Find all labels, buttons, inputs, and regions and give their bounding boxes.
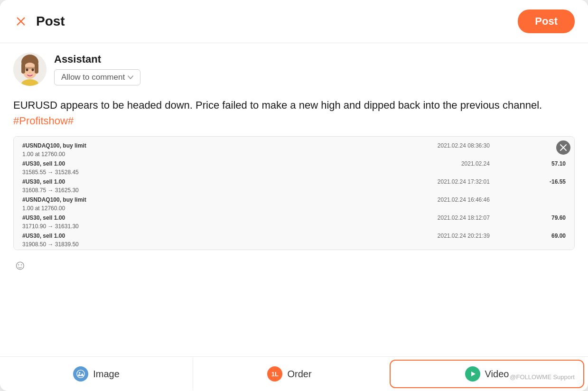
- video-icon: [465, 366, 480, 382]
- table-row-detail: 1.00 at 12760.00: [20, 150, 568, 159]
- username: Assistant: [54, 53, 140, 65]
- svg-marker-16: [471, 372, 476, 376]
- allow-comment-label: Allow to comment: [61, 73, 125, 82]
- order-label: Order: [287, 369, 311, 380]
- table-row-detail: 1.00 at 12760.00: [20, 204, 568, 214]
- table-row: #US30, sell 1.00 2021.02.24 20:21:39 69.…: [20, 232, 568, 240]
- order-icon: 1L: [267, 366, 282, 382]
- table-row: #USNDAQ100, buy limit 2021.02.24 08:36:3…: [20, 141, 568, 150]
- close-button[interactable]: [13, 14, 28, 29]
- modal-title: Post: [36, 14, 65, 29]
- post-hashtag: #Profitshow#: [13, 115, 74, 127]
- emoji-button[interactable]: ☺: [13, 259, 27, 272]
- svg-rect-11: [21, 67, 38, 69]
- order-button[interactable]: 1L Order: [193, 358, 386, 390]
- trades-table: #USNDAQ100, buy limit 2021.02.24 08:36:3…: [20, 141, 568, 250]
- watermark: @FOLLOWME Support: [510, 373, 575, 381]
- preview-table-container: #USNDAQ100, buy limit 2021.02.24 08:36:3…: [14, 137, 574, 250]
- table-row: #US30, sell 1.00 2021.02.24 18:12:07 79.…: [20, 214, 568, 222]
- svg-point-14: [77, 370, 84, 378]
- close-icon: [560, 144, 567, 151]
- image-button[interactable]: Image: [0, 358, 193, 390]
- table-row-detail: 31710.90 → 31631.30: [20, 222, 568, 232]
- svg-point-9: [29, 72, 31, 73]
- chevron-down-icon: [128, 75, 133, 79]
- remove-image-button[interactable]: [556, 140, 570, 155]
- user-info: Assistant Allow to comment: [54, 53, 140, 85]
- video-label: Video: [485, 369, 509, 380]
- table-row: #USNDAQ100, buy limit 2021.02.24 16:46:4…: [20, 196, 568, 204]
- user-section: Assistant Allow to comment: [0, 43, 588, 92]
- image-label: Image: [93, 369, 120, 380]
- avatar: [13, 53, 47, 86]
- svg-point-15: [79, 372, 81, 374]
- order-icon-text: 1L: [271, 371, 279, 378]
- avatar-image: [13, 53, 47, 86]
- header-left: Post: [13, 14, 65, 29]
- post-content: EURUSD appears to be headed down. Price …: [0, 92, 588, 132]
- emoji-row: ☺: [0, 254, 588, 277]
- table-row-detail: 31908.50 → 31839.50: [20, 240, 568, 250]
- post-button[interactable]: Post: [518, 9, 575, 33]
- image-preview: #USNDAQ100, buy limit 2021.02.24 08:36:3…: [13, 136, 575, 250]
- image-icon: [73, 366, 88, 382]
- table-row: #US30, sell 1.00 2021.02.24 17:32:01 -16…: [20, 177, 568, 186]
- table-row-detail: 31608.75 → 31625.30: [20, 186, 568, 196]
- modal: Post Post: [0, 0, 588, 391]
- allow-comment-button[interactable]: Allow to comment: [54, 69, 140, 85]
- table-row-detail: 31585.55 → 31528.45: [20, 168, 568, 177]
- bottom-toolbar: Image 1L Order Video: [0, 356, 588, 391]
- post-text: EURUSD appears to be headed down. Price …: [13, 99, 542, 111]
- table-row: #US30, sell 1.00 2021.02.24 57.10: [20, 159, 568, 168]
- modal-header: Post Post: [0, 0, 588, 43]
